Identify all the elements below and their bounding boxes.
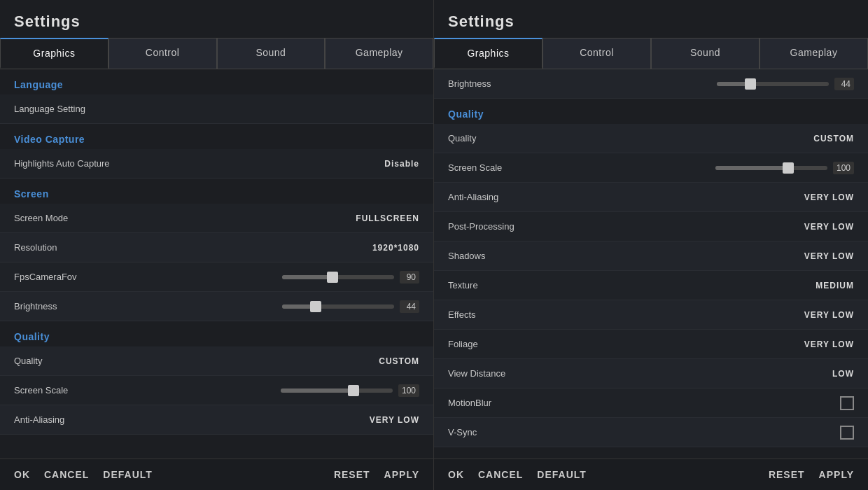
tab-graphics-right[interactable]: Graphics xyxy=(434,38,542,69)
label-effects: Effects xyxy=(448,309,798,320)
checkbox-vsync[interactable] xyxy=(840,426,854,440)
tab-control-right[interactable]: Control xyxy=(542,38,651,69)
slider-thumb-fps[interactable] xyxy=(327,272,338,283)
section-quality-right: Quality xyxy=(434,99,868,124)
slider-track-brightness-right[interactable] xyxy=(717,82,829,86)
slider-thumb-scale-right[interactable] xyxy=(783,162,794,174)
btn-default-right[interactable]: DEFAULT xyxy=(537,469,587,480)
row-screen-scale-right: Screen Scale 100 xyxy=(434,153,868,183)
btn-apply-right[interactable]: APPLY xyxy=(819,469,854,480)
slider-thumb-brightness-left[interactable] xyxy=(310,301,321,312)
slider-screen-scale-right[interactable]: 100 xyxy=(715,162,854,174)
row-anti-aliasing-left: Anti-Aliasing VERY LOW xyxy=(0,405,433,435)
right-panel-content: Brightness 44 Quality Quality CUSTOM Scr… xyxy=(434,69,868,458)
label-texture: Texture xyxy=(448,280,798,290)
row-fps-camera-fov: FpsCameraFov 90 xyxy=(0,262,433,292)
slider-thumb-scale-left[interactable] xyxy=(348,385,359,396)
left-footer: OK CANCEL DEFAULT RESET APPLY xyxy=(0,458,433,490)
slider-value-brightness-right: 44 xyxy=(834,78,854,90)
btn-apply-left[interactable]: APPLY xyxy=(384,469,419,480)
slider-track-brightness-left[interactable] xyxy=(282,304,394,309)
slider-fill-scale-right xyxy=(715,166,788,170)
label-language-setting: Language Setting xyxy=(14,104,419,114)
slider-value-fps: 90 xyxy=(400,271,419,284)
slider-fps[interactable]: 90 xyxy=(282,271,419,284)
value-resolution: 1920*1080 xyxy=(363,243,419,253)
label-post-processing: Post-Processing xyxy=(448,221,798,232)
section-video-capture: Video Capture xyxy=(0,124,433,149)
label-brightness-right: Brightness xyxy=(448,78,717,89)
label-foliage: Foliage xyxy=(448,339,798,349)
slider-track-scale-left[interactable] xyxy=(281,388,393,393)
row-quality-left: Quality CUSTOM xyxy=(0,346,433,376)
tab-graphics-left[interactable]: Graphics xyxy=(0,38,108,69)
label-resolution: Resolution xyxy=(14,242,363,253)
btn-reset-right[interactable]: RESET xyxy=(769,469,805,480)
btn-cancel-right[interactable]: CANCEL xyxy=(478,469,523,480)
label-quality-right: Quality xyxy=(448,133,798,144)
section-quality-left: Quality xyxy=(0,321,433,346)
value-anti-aliasing-left: VERY LOW xyxy=(363,415,419,425)
slider-screen-scale-left[interactable]: 100 xyxy=(281,384,419,397)
label-motion-blur: MotionBlur xyxy=(448,398,840,408)
row-anti-aliasing-right: Anti-Aliasing VERY LOW xyxy=(434,183,868,212)
section-screen: Screen xyxy=(0,178,433,204)
slider-brightness-left[interactable]: 44 xyxy=(282,300,419,313)
value-shadows: VERY LOW xyxy=(798,251,854,261)
row-highlights: Highlights Auto Capture Disable xyxy=(0,149,433,178)
label-brightness-left: Brightness xyxy=(14,301,282,312)
row-foliage: Foliage VERY LOW xyxy=(434,330,868,359)
row-brightness-right: Brightness 44 xyxy=(434,69,868,99)
row-texture: Texture MEDIUM xyxy=(434,271,868,300)
label-fps-camera-fov: FpsCameraFov xyxy=(14,272,282,282)
label-view-distance: View Distance xyxy=(448,368,798,379)
btn-reset-left[interactable]: RESET xyxy=(334,469,370,480)
tab-sound-right[interactable]: Sound xyxy=(651,38,760,69)
label-screen-scale-left: Screen Scale xyxy=(14,385,281,396)
tab-control-left[interactable]: Control xyxy=(108,38,217,69)
value-post-processing: VERY LOW xyxy=(798,222,854,232)
label-shadows: Shadows xyxy=(448,251,798,261)
slider-track-fps[interactable] xyxy=(282,275,394,279)
label-screen-mode: Screen Mode xyxy=(14,213,356,223)
left-panel-title: Settings xyxy=(0,0,433,38)
slider-track-scale-right[interactable] xyxy=(715,166,827,170)
row-view-distance: View Distance LOW xyxy=(434,359,868,388)
row-post-processing: Post-Processing VERY LOW xyxy=(434,212,868,241)
value-highlights: Disable xyxy=(363,159,419,169)
btn-ok-right[interactable]: OK xyxy=(448,469,464,480)
slider-fill-fps xyxy=(282,275,332,279)
label-screen-scale-right: Screen Scale xyxy=(448,162,715,173)
tab-sound-left[interactable]: Sound xyxy=(217,38,326,69)
row-language-setting: Language Setting xyxy=(0,94,433,124)
right-panel-title: Settings xyxy=(434,0,868,38)
right-footer: OK CANCEL DEFAULT RESET APPLY xyxy=(434,458,868,490)
value-anti-aliasing-right: VERY LOW xyxy=(798,192,854,202)
slider-brightness-right[interactable]: 44 xyxy=(717,78,854,90)
tab-gameplay-left[interactable]: Gameplay xyxy=(325,38,433,69)
row-screen-mode: Screen Mode FULLSCREEN xyxy=(0,204,433,233)
btn-ok-left[interactable]: OK xyxy=(14,469,30,480)
label-highlights: Highlights Auto Capture xyxy=(14,158,363,169)
left-panel-content: Language Language Setting Video Capture … xyxy=(0,69,433,458)
row-quality-right: Quality CUSTOM xyxy=(434,124,868,153)
value-quality-left: CUSTOM xyxy=(363,356,419,366)
btn-default-left[interactable]: DEFAULT xyxy=(103,469,153,480)
tab-gameplay-right[interactable]: Gameplay xyxy=(760,38,868,69)
row-effects: Effects VERY LOW xyxy=(434,300,868,330)
label-quality-left: Quality xyxy=(14,356,363,366)
label-anti-aliasing-right: Anti-Aliasing xyxy=(448,192,798,202)
checkbox-motion-blur[interactable] xyxy=(840,396,854,410)
left-tabs: Graphics Control Sound Gameplay xyxy=(0,38,433,69)
row-resolution: Resolution 1920*1080 xyxy=(0,233,433,262)
slider-value-brightness-left: 44 xyxy=(400,300,419,313)
value-quality-right: CUSTOM xyxy=(798,134,854,144)
btn-cancel-left[interactable]: CANCEL xyxy=(44,469,89,480)
value-view-distance: LOW xyxy=(798,369,854,379)
slider-thumb-brightness-right[interactable] xyxy=(745,78,756,90)
slider-value-scale-right: 100 xyxy=(833,162,854,174)
value-effects: VERY LOW xyxy=(798,310,854,320)
section-language: Language xyxy=(0,69,433,94)
value-foliage: VERY LOW xyxy=(798,340,854,349)
right-tabs: Graphics Control Sound Gameplay xyxy=(434,38,868,69)
